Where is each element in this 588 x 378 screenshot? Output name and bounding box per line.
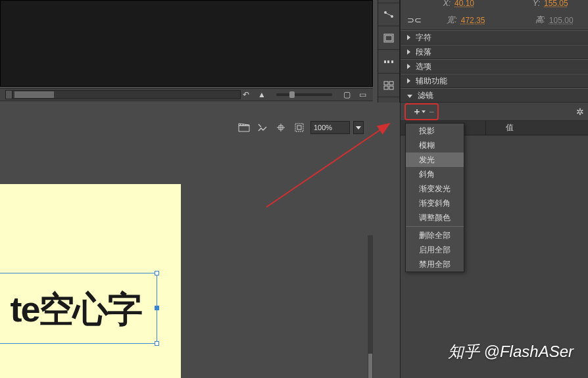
timeline-scroll-left-btn[interactable]	[6, 91, 12, 99]
timeline-scroll-thumb[interactable]	[14, 91, 54, 98]
section-accessibility[interactable]: 辅助功能	[401, 74, 588, 88]
section-options-label: 选项	[416, 61, 431, 72]
y-label: Y:	[527, 0, 540, 8]
svg-rect-8	[391, 60, 393, 63]
filter-option-glow[interactable]: 发光	[406, 153, 464, 167]
timeline-zoom-thumb[interactable]	[289, 91, 295, 98]
align-tool-icon[interactable]	[378, 3, 399, 26]
clapperboard-icon[interactable]	[237, 121, 251, 134]
filter-option-gradient-glow[interactable]: 渐变发光	[406, 181, 464, 196]
frame-large-icon[interactable]: ▭	[357, 90, 368, 99]
chevron-right-icon	[407, 78, 410, 83]
canvas-vertical-scrollbar[interactable]	[368, 235, 373, 378]
height-value[interactable]: 105.00	[549, 16, 588, 25]
add-filter-highlight: ＋ −	[404, 103, 439, 120]
canvas-scroll-thumb[interactable]	[368, 354, 372, 378]
chevron-down-icon	[407, 95, 412, 98]
filter-option-shadow[interactable]: 投影	[406, 124, 464, 138]
filter-settings-icon[interactable]: ✲	[576, 106, 584, 117]
distribute-tool-icon[interactable]	[378, 50, 399, 74]
svg-rect-7	[387, 60, 389, 63]
marker-icon[interactable]: ▲	[257, 90, 267, 99]
edit-scene-icon[interactable]	[255, 121, 270, 134]
vertical-toolbar	[378, 0, 400, 103]
timeline-zoom-slider[interactable]	[276, 93, 332, 96]
filter-option-disable-all[interactable]: 禁用全部	[406, 257, 464, 272]
section-paragraph[interactable]: 段落	[401, 45, 588, 59]
filter-option-gradient-bevel[interactable]: 渐变斜角	[406, 196, 464, 210]
width-value[interactable]: 472.35	[461, 16, 500, 25]
svg-rect-5	[385, 35, 392, 41]
section-accessibility-label: 辅助功能	[416, 76, 447, 87]
svg-rect-6	[384, 60, 386, 63]
svg-rect-1	[297, 126, 301, 130]
canvas-toolbar: 100%	[0, 118, 369, 137]
timeline-scrollbar[interactable]	[5, 90, 241, 99]
svg-rect-0	[295, 124, 303, 131]
stage-text-content[interactable]: te空心字	[0, 286, 157, 334]
frame-small-icon[interactable]: ▢	[341, 90, 352, 99]
width-label: 宽:	[444, 14, 457, 26]
timeline-bar: ↶ ▲ ▢ ▭	[0, 88, 373, 101]
filter-option-bevel[interactable]: 斜角	[406, 167, 464, 181]
chevron-right-icon	[407, 64, 410, 69]
zoom-dropdown-button[interactable]	[353, 121, 364, 134]
svg-rect-11	[384, 86, 388, 89]
filter-toolbar: ＋ − ✲	[401, 103, 588, 121]
center-stage-icon[interactable]	[274, 121, 288, 134]
resize-handle-top-right[interactable]	[155, 271, 159, 275]
resize-handle-bottom-right[interactable]	[155, 341, 159, 346]
chevron-right-icon	[407, 49, 410, 55]
section-filters[interactable]: 滤镜	[401, 88, 588, 103]
filter-option-blur[interactable]: 模糊	[406, 138, 464, 153]
svg-rect-9	[384, 82, 388, 85]
layout-tool-icon[interactable]	[378, 26, 399, 50]
properties-panel: X: 40.10 Y: 155.05 ⊃⊂ 宽: 472.35 高: 105.0…	[400, 0, 588, 378]
x-label: X:	[437, 0, 451, 8]
section-options[interactable]: 选项	[401, 59, 588, 74]
editor-dark-panel	[0, 0, 373, 87]
svg-rect-10	[389, 82, 393, 85]
x-value[interactable]: 40.10	[454, 0, 494, 8]
filter-option-enable-all[interactable]: 启用全部	[406, 243, 464, 257]
grid-tool-icon[interactable]	[378, 74, 399, 97]
section-character[interactable]: 字符	[401, 30, 588, 45]
add-filter-button[interactable]: ＋	[407, 106, 427, 118]
section-paragraph-label: 段落	[416, 47, 431, 58]
watermark-text: 知乎 @FlashASer	[448, 341, 574, 362]
zoom-select[interactable]: 100%	[310, 121, 350, 134]
y-value[interactable]: 155.05	[544, 0, 583, 8]
clip-stage-icon[interactable]	[292, 121, 306, 134]
filter-option-adjust-color[interactable]: 调整颜色	[406, 210, 464, 225]
dropdown-separator	[406, 226, 464, 227]
remove-filter-button[interactable]: −	[427, 106, 436, 118]
filter-option-remove-all[interactable]: 删除全部	[406, 228, 464, 243]
link-dimensions-icon[interactable]: ⊃⊂	[407, 15, 418, 26]
undo-icon[interactable]: ↶	[241, 90, 251, 99]
height-label: 高:	[532, 14, 545, 26]
filter-dropdown-menu: 投影 模糊 发光 斜角 渐变发光 渐变斜角 调整颜色 删除全部 启用全部 禁用全…	[405, 123, 464, 272]
section-character-label: 字符	[416, 32, 431, 43]
section-filters-label: 滤镜	[418, 90, 433, 101]
filter-value-column: 值	[486, 122, 588, 133]
svg-rect-12	[389, 86, 393, 89]
chevron-right-icon	[407, 35, 410, 40]
